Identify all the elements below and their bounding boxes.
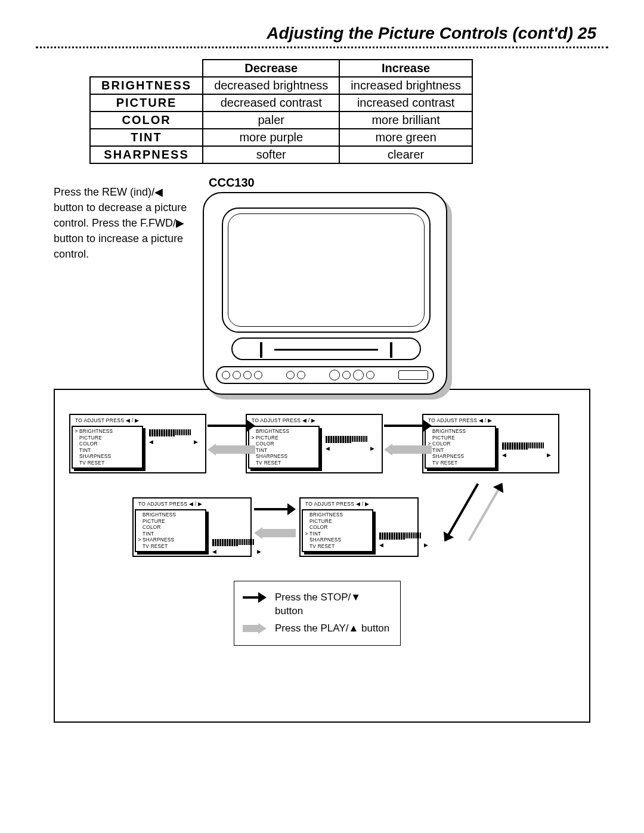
table-row: PICTURE decreased contrast increased con… bbox=[90, 94, 472, 112]
osd-screen: TO ADJUST PRESS ◀ / ▶BRIGHTNESS>PICTUREC… bbox=[246, 414, 383, 473]
table-row: SHARPNESS softer clearer bbox=[90, 146, 472, 163]
page-title: Adjusting the Picture Controls (cont'd) … bbox=[36, 24, 608, 43]
osd-screen: TO ADJUST PRESS ◀ / ▶BRIGHTNESSPICTURE>C… bbox=[422, 414, 559, 473]
table-row: COLOR paler more brilliant bbox=[90, 112, 472, 129]
tv-front-panel bbox=[216, 366, 434, 384]
arrow-down-icon bbox=[444, 483, 479, 541]
col-decrease: Decrease bbox=[203, 60, 339, 77]
divider bbox=[36, 47, 608, 48]
col-increase: Increase bbox=[339, 60, 472, 77]
legend-box: Press the STOP/▼ button Press the PLAY/▲… bbox=[234, 581, 401, 646]
stop-arrow-icon bbox=[243, 592, 269, 603]
table-row: BRIGHTNESS decreased brightness increase… bbox=[90, 77, 472, 94]
arrow-up-icon bbox=[468, 483, 503, 541]
legend-stop: Press the STOP/▼ button bbox=[275, 591, 392, 618]
tv-illustration bbox=[203, 192, 447, 407]
table-row: TINT more purple more green bbox=[90, 129, 472, 146]
controls-table: Decrease Increase BRIGHTNESS decreased b… bbox=[89, 59, 473, 164]
play-arrow-icon bbox=[243, 623, 269, 634]
osd-screen: TO ADJUST PRESS ◀ / ▶>BRIGHTNESSPICTUREC… bbox=[69, 414, 206, 473]
osd-screen: TO ADJUST PRESS ◀ / ▶BRIGHTNESSPICTURECO… bbox=[299, 497, 419, 557]
osd-flow-diagram: TO ADJUST PRESS ◀ / ▶>BRIGHTNESSPICTUREC… bbox=[54, 389, 590, 723]
model-label: CCC130 bbox=[209, 176, 447, 190]
legend-play: Press the PLAY/▲ button bbox=[275, 622, 389, 636]
osd-screen: TO ADJUST PRESS ◀ / ▶BRIGHTNESSPICTURECO… bbox=[132, 497, 252, 557]
instruction-text: Press the REW (ind)/◀ button to decrease… bbox=[54, 176, 191, 262]
